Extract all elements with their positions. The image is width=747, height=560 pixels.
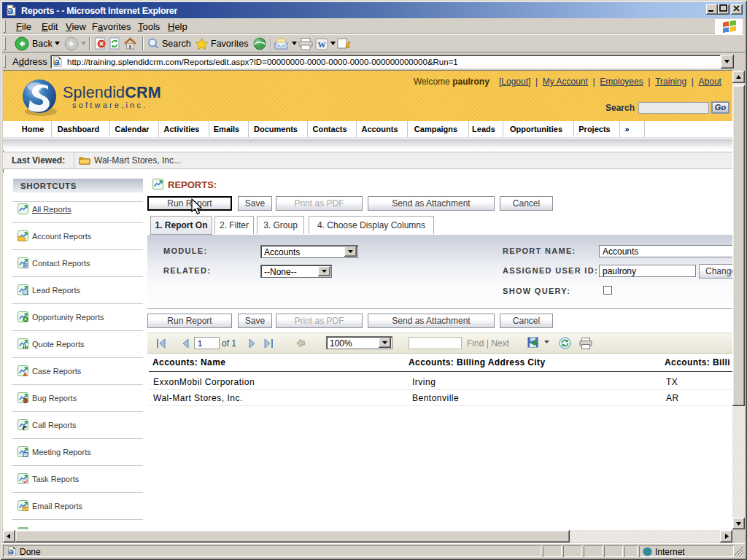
svg-text:W: W	[318, 40, 326, 49]
